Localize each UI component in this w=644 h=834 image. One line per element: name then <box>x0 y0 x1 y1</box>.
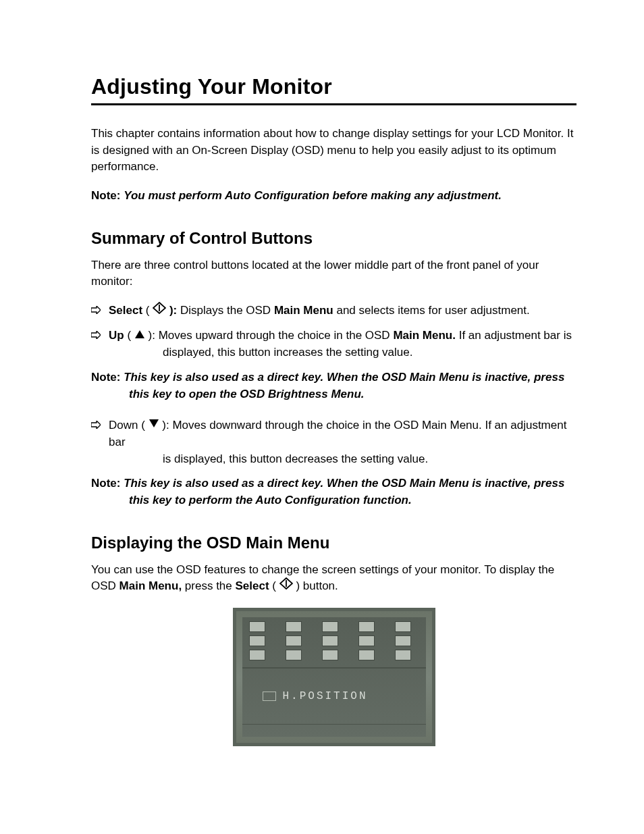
section-osd-paragraph: You can use the OSD features to change t… <box>91 562 576 596</box>
osd-frame: H.POSITION <box>233 608 435 746</box>
arrow-icon <box>91 417 109 467</box>
osd-menu-icon <box>249 621 265 632</box>
t: Main Menu. <box>393 329 456 342</box>
bullet-down: Down ( ): Moves downward through the cho… <box>91 417 576 467</box>
bullet-select-content: Select ( ): Displays the OSD Main Menu a… <box>109 303 576 320</box>
note-down-direct-key: Note: This key is also used as a direct … <box>91 475 576 509</box>
osd-menu-icon <box>249 635 265 646</box>
note-label: Note: <box>91 371 120 384</box>
note-text: This key is also used as a direct key. W… <box>124 477 564 506</box>
note-up-direct-key: Note: This key is also used as a direct … <box>91 369 576 402</box>
osd-bottom-bar <box>242 724 426 737</box>
osd-screenshot: H.POSITION <box>91 608 576 746</box>
note-text: This key is also used as a direct key. W… <box>124 371 564 400</box>
t: Displays the OSD <box>180 304 274 317</box>
t: ): <box>166 304 180 317</box>
note-label: Note: <box>91 477 120 490</box>
t: ( <box>124 329 134 342</box>
osd-hposition-icon <box>263 692 276 701</box>
osd-menu-icon <box>395 635 411 646</box>
page-title: Adjusting Your Monitor <box>91 74 576 99</box>
title-rule <box>91 103 576 105</box>
osd-icon-bar <box>242 617 426 669</box>
osd-menu-icon <box>395 650 411 660</box>
t: ): <box>159 419 173 432</box>
down-name: Down <box>109 419 138 432</box>
bullet-down-content: Down ( ): Moves downward through the cho… <box>109 417 576 467</box>
bullet-up-content: Up ( ): Moves upward through the choice … <box>109 328 576 361</box>
osd-menu-icon <box>358 621 375 632</box>
section-summary-intro: There are three control buttons located … <box>91 257 576 290</box>
t: Main Menu, <box>119 580 182 593</box>
document-page: Adjusting Your Monitor This chapter cont… <box>0 0 644 834</box>
t: and selects items for user adjustment. <box>333 304 530 317</box>
t: ( <box>269 580 279 593</box>
osd-menu-icon <box>322 650 338 660</box>
osd-menu-icon <box>395 621 411 632</box>
t: Main Menu <box>274 304 333 317</box>
t: press the <box>182 580 235 593</box>
osd-menu-icon <box>249 650 265 660</box>
section-osd-title: Displaying the OSD Main Menu <box>91 533 576 552</box>
arrow-icon <box>91 328 109 361</box>
osd-menu-icon <box>286 635 302 646</box>
t: ): <box>145 329 159 342</box>
up-name: Up <box>109 329 124 342</box>
select-diamond-icon <box>153 302 166 319</box>
t: ( <box>138 419 148 432</box>
osd-menu-icon <box>322 621 338 632</box>
triangle-up-icon <box>134 328 145 344</box>
osd-menu-icon <box>358 635 375 646</box>
osd-inner: H.POSITION <box>242 617 426 737</box>
osd-menu-icon <box>322 635 338 646</box>
t: ) button. <box>293 580 338 593</box>
osd-menu-icon <box>286 650 302 660</box>
bullet-select: Select ( ): Displays the OSD Main Menu a… <box>91 303 576 320</box>
arrow-icon <box>91 303 109 320</box>
triangle-down-icon <box>149 417 159 434</box>
t: ( <box>142 304 153 317</box>
note-auto-config: Note: You must perform Auto Configuratio… <box>91 188 576 205</box>
select-name: Select <box>109 304 142 317</box>
t: Moves downward through the choice in the… <box>109 419 566 448</box>
intro-paragraph: This chapter contains information about … <box>91 126 576 176</box>
select-diamond-icon <box>279 577 293 595</box>
osd-label: H.POSITION <box>283 690 368 702</box>
down-hang: is displayed, this button decreases the … <box>109 451 576 468</box>
section-summary-title: Summary of Control Buttons <box>91 229 576 248</box>
t: If an adjustment bar is <box>456 329 572 342</box>
up-hang: displayed, this button increases the set… <box>109 344 576 361</box>
t: Moves upward through the choice in the O… <box>159 329 394 342</box>
note-text: You must perform Auto Configuration befo… <box>124 189 502 202</box>
osd-body: H.POSITION <box>242 669 426 724</box>
bullet-up: Up ( ): Moves upward through the choice … <box>91 328 576 361</box>
note-label: Note: <box>91 189 120 202</box>
t: Select <box>236 580 269 593</box>
osd-menu-icon <box>358 650 375 660</box>
osd-menu-icon <box>286 621 302 632</box>
